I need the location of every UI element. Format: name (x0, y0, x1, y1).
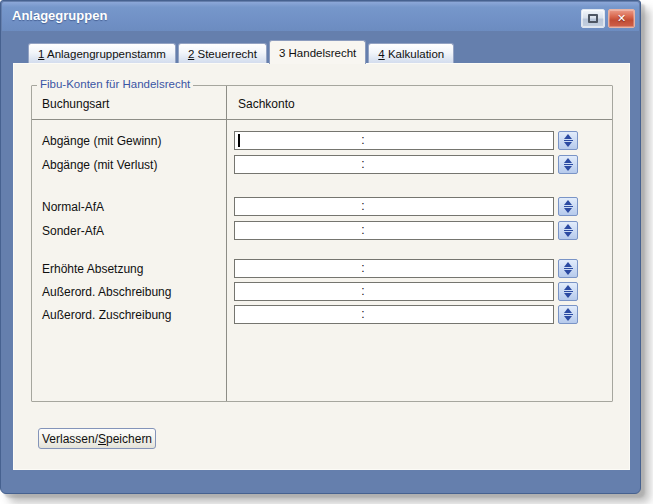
sachkonto-input-ausserord-abschreibung[interactable]: : (234, 282, 554, 301)
text-caret (238, 134, 240, 147)
column-header-sachkonto: Sachkonto (238, 97, 295, 111)
spinner-up-icon (564, 285, 572, 290)
tab-label: Steuerrecht (194, 48, 257, 60)
tab-kalkulation[interactable]: 4 Kalkulation (368, 43, 454, 63)
account-separator: : (355, 307, 371, 321)
verlassen-speichern-button[interactable]: Verlassen/Speichern (38, 428, 156, 449)
tab-strip: 1 Anlagengruppenstamm 2 Steuerrecht 3 Ha… (28, 40, 454, 64)
button-label: peichern (106, 432, 152, 446)
column-divider-line (226, 86, 227, 401)
spinner-bar-icon (564, 164, 573, 165)
spinner-up-icon (564, 200, 572, 205)
tab-handelsrecht[interactable]: 3 Handelsrecht (269, 40, 366, 64)
tab-label: Anlagengruppenstamm (44, 48, 165, 60)
spinner-down-icon (564, 166, 572, 171)
titlebar[interactable]: Anlagegruppen ✕ (2, 2, 639, 31)
sachkonto-spinner-ausserord-zuschreibung[interactable] (558, 305, 578, 324)
spinner-bar-icon (564, 291, 573, 292)
label-abgaenge-gewinn: Abgänge (mit Gewinn) (42, 134, 161, 148)
tab-label: Handelsrecht (285, 47, 356, 59)
spinner-bar-icon (564, 268, 573, 269)
label-ausserord-abschreibung: Außerord. Abschreibung (42, 285, 171, 299)
spinner-down-icon (564, 232, 572, 237)
spinner-bar-icon (564, 206, 573, 207)
sachkonto-input-abgaenge-gewinn[interactable]: : (234, 131, 554, 150)
spinner-down-icon (564, 316, 572, 321)
spinner-up-icon (564, 308, 572, 313)
label-ausserord-zuschreibung: Außerord. Zuschreibung (42, 308, 171, 322)
label-sonder-afa: Sonder-AfA (42, 224, 104, 238)
close-button[interactable]: ✕ (608, 9, 635, 28)
button-label: Verlassen/ (42, 432, 98, 446)
spinner-down-icon (564, 208, 572, 213)
spinner-bar-icon (564, 314, 573, 315)
restore-button[interactable] (581, 9, 605, 28)
window-title: Anlagegruppen (12, 8, 107, 23)
spinner-up-icon (564, 134, 572, 139)
sachkonto-spinner-abgaenge-verlust[interactable] (558, 155, 578, 174)
sachkonto-input-abgaenge-verlust[interactable]: : (234, 155, 554, 174)
account-separator: : (355, 223, 371, 237)
sachkonto-input-normal-afa[interactable]: : (234, 197, 554, 216)
spinner-up-icon (564, 158, 572, 163)
label-erhoehte-absetzung: Erhöhte Absetzung (42, 262, 143, 276)
account-separator: : (355, 199, 371, 213)
header-divider-line (32, 119, 612, 120)
tab-label: Kalkulation (385, 48, 444, 60)
tab-steuerrecht[interactable]: 2 Steuerrecht (178, 43, 267, 63)
sachkonto-spinner-normal-afa[interactable] (558, 197, 578, 216)
account-separator: : (355, 261, 371, 275)
label-abgaenge-verlust: Abgänge (mit Verlust) (42, 158, 157, 172)
close-icon: ✕ (617, 12, 626, 25)
spinner-up-icon (564, 262, 572, 267)
sachkonto-input-erhoehte-absetzung[interactable]: : (234, 259, 554, 278)
column-header-buchungsart: Buchungsart (42, 97, 109, 111)
spinner-up-icon (564, 224, 572, 229)
account-separator: : (355, 133, 371, 147)
spinner-down-icon (564, 293, 572, 298)
sachkonto-input-sonder-afa[interactable]: : (234, 221, 554, 240)
sachkonto-spinner-erhoehte-absetzung[interactable] (558, 259, 578, 278)
sachkonto-spinner-ausserord-abschreibung[interactable] (558, 282, 578, 301)
spinner-bar-icon (564, 230, 573, 231)
button-mnemonic: S (98, 432, 106, 446)
groupbox-legend: Fibu-Konten für Handelsrecht (37, 78, 193, 90)
sachkonto-spinner-abgaenge-gewinn[interactable] (558, 131, 578, 150)
spinner-down-icon (564, 142, 572, 147)
restore-icon (588, 14, 598, 23)
sachkonto-spinner-sonder-afa[interactable] (558, 221, 578, 240)
spinner-down-icon (564, 270, 572, 275)
account-separator: : (355, 157, 371, 171)
dialog-window: Anlagegruppen ✕ 1 Anlagengruppenstamm 2 … (0, 0, 641, 494)
tab-anlagengruppenstamm[interactable]: 1 Anlagengruppenstamm (28, 43, 176, 63)
label-normal-afa: Normal-AfA (42, 200, 104, 214)
account-separator: : (355, 284, 371, 298)
sachkonto-input-ausserord-zuschreibung[interactable]: : (234, 305, 554, 324)
spinner-bar-icon (564, 140, 573, 141)
